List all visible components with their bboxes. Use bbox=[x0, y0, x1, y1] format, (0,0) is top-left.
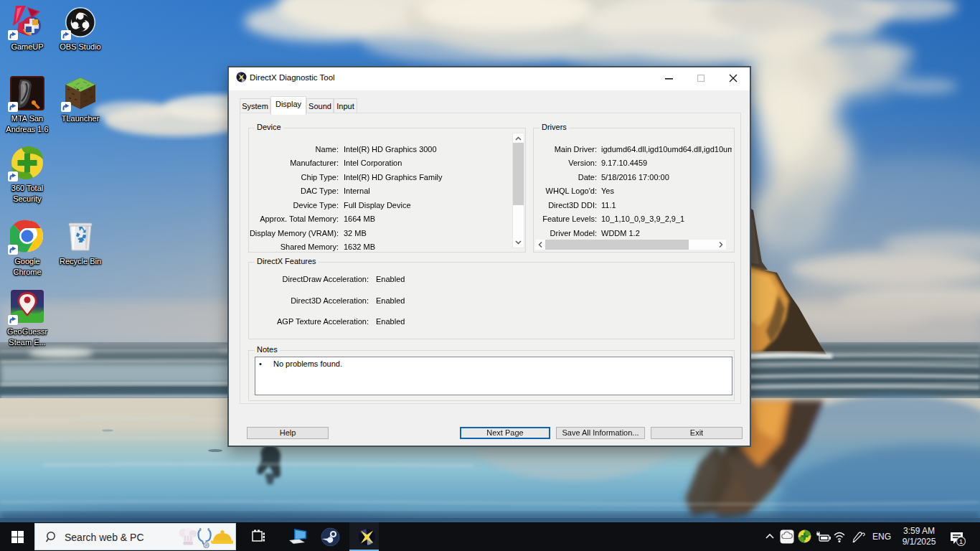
svg-text:1: 1 bbox=[959, 538, 963, 545]
